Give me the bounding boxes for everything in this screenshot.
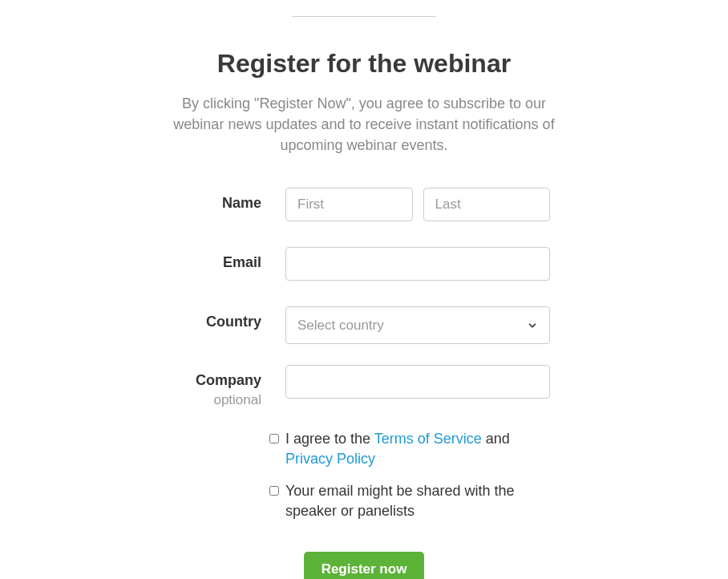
last-name-input[interactable] [423, 188, 551, 221]
share-email-checkbox-row: Your email might be shared with the spea… [140, 481, 572, 521]
tos-text: I agree to the Terms of Service and Priv… [285, 429, 550, 469]
privacy-policy-link[interactable]: Privacy Policy [285, 451, 375, 467]
tos-conj: and [482, 431, 510, 447]
name-row: Name [156, 188, 572, 221]
share-email-text: Your email might be shared with the spea… [285, 481, 550, 521]
country-row: Country Select country [156, 306, 572, 344]
tos-checkbox-row: I agree to the Terms of Service and Priv… [140, 429, 572, 469]
company-label: Company [156, 372, 261, 389]
tos-checkbox[interactable] [269, 434, 279, 443]
email-input[interactable] [285, 247, 550, 281]
page-subtitle: By clicking "Register Now", you agree to… [172, 93, 556, 156]
company-input[interactable] [285, 365, 550, 399]
email-row: Email [156, 247, 572, 281]
share-email-checkbox[interactable] [269, 486, 279, 496]
company-row: Company optional [156, 365, 572, 408]
name-label: Name [156, 195, 261, 212]
first-name-input[interactable] [285, 188, 413, 221]
page-title: Register for the webinar [0, 49, 728, 79]
tos-link[interactable]: Terms of Service [374, 431, 482, 447]
country-label: Country [156, 314, 261, 330]
registration-form: Name Email Country Select country [156, 188, 572, 579]
company-sublabel: optional [156, 392, 261, 408]
email-label: Email [156, 254, 261, 271]
country-select-placeholder: Select country [297, 318, 384, 334]
divider [292, 16, 436, 17]
tos-prefix: I agree to the [285, 431, 374, 447]
country-select[interactable]: Select country [285, 306, 550, 344]
register-button[interactable]: Register now [304, 552, 425, 579]
